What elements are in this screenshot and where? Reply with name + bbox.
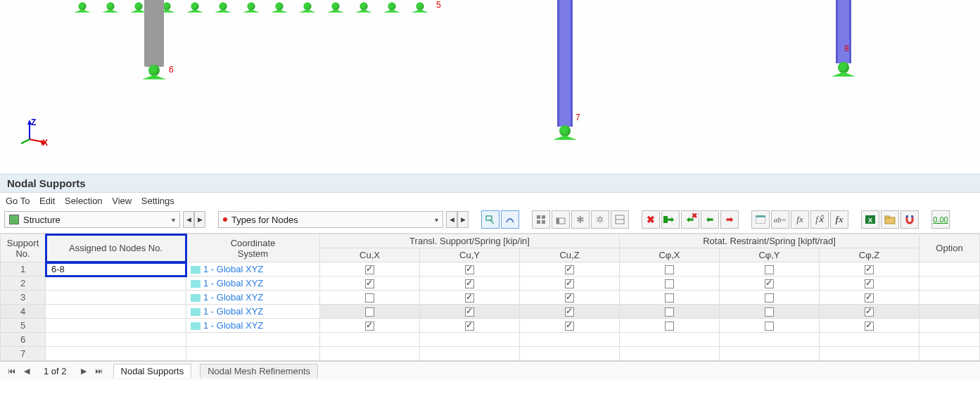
tab-nodal-supports[interactable]: Nodal Supports (113, 364, 192, 378)
grid-1-button[interactable] (532, 210, 550, 229)
cell-transl[interactable] (420, 277, 520, 291)
page-last-button[interactable]: ⏭ (94, 365, 105, 376)
checkbox[interactable] (565, 279, 574, 288)
grid-3-button[interactable]: ✱ (571, 210, 590, 229)
cell-rotat[interactable] (720, 262, 820, 277)
cell-transl[interactable] (420, 347, 520, 361)
cell-rotat[interactable] (720, 319, 820, 333)
checkbox[interactable] (665, 293, 674, 303)
col-cphy[interactable]: Cφ,Y (720, 248, 820, 262)
cell-transl[interactable] (420, 262, 520, 277)
checkbox[interactable] (565, 307, 574, 317)
checkbox[interactable] (365, 279, 374, 288)
delete-button[interactable]: ✖ (642, 210, 660, 229)
checkbox[interactable] (765, 307, 774, 317)
cell-rotat[interactable] (620, 277, 720, 291)
combo-structure[interactable]: Structure ▾ (4, 211, 180, 228)
cell-rotat[interactable] (820, 291, 919, 305)
export-delete-button[interactable]: ✖⬅ (681, 210, 699, 229)
pick-node-button[interactable] (501, 210, 519, 229)
col-group-transl[interactable]: Transl. Support/Spring [kip/in] (320, 234, 620, 248)
cell-coord[interactable]: 1 - Global XYZ (186, 262, 320, 277)
cell-assigned[interactable] (46, 333, 186, 347)
table-row[interactable]: 51 - Global XYZ (1, 319, 980, 333)
tab-nodal-mesh[interactable]: Nodal Mesh Refinements (200, 364, 318, 378)
menu-view[interactable]: View (112, 196, 132, 206)
cell-coord[interactable]: 1 - Global XYZ (186, 319, 320, 333)
col-cuy[interactable]: Cu,Y (420, 248, 520, 262)
cell-transl[interactable] (320, 305, 420, 319)
magnet-button[interactable] (901, 210, 919, 229)
checkbox[interactable] (365, 307, 374, 317)
checkbox[interactable] (565, 293, 574, 303)
ab-button[interactable]: ab= (771, 210, 789, 229)
cell-coord[interactable]: 1 - Global XYZ (186, 291, 320, 305)
cell-option[interactable] (919, 319, 980, 333)
cell-rotat[interactable] (620, 305, 720, 319)
grid-5-button[interactable] (611, 210, 629, 229)
combo-types[interactable]: Types for Nodes ▾ (218, 211, 443, 228)
menu-settings[interactable]: Settings (141, 196, 174, 206)
checkbox[interactable] (465, 265, 474, 274)
col-cux[interactable]: Cu,X (320, 248, 420, 262)
col-cphz[interactable]: Cφ,Z (820, 248, 919, 262)
checkbox[interactable] (765, 265, 774, 274)
cell-option[interactable] (919, 262, 980, 277)
cell-transl[interactable] (520, 262, 620, 277)
checkbox[interactable] (765, 279, 774, 288)
cell-option[interactable] (919, 277, 980, 291)
checkbox[interactable] (365, 265, 374, 274)
cell-rotat[interactable] (720, 305, 820, 319)
cell-coord[interactable] (186, 333, 320, 347)
checkbox[interactable] (365, 293, 374, 303)
cell-transl[interactable] (520, 277, 620, 291)
cell-rotat[interactable] (720, 333, 820, 347)
cell-assigned[interactable] (46, 319, 186, 333)
table-row[interactable]: 6 (1, 333, 980, 347)
move-left-button[interactable]: ⬅ (701, 210, 719, 229)
menu-edit[interactable]: Edit (39, 196, 55, 206)
cell-transl[interactable] (520, 333, 620, 347)
checkbox[interactable] (565, 322, 574, 331)
menu-selection[interactable]: Selection (65, 196, 102, 206)
page-first-button[interactable]: ⏮ (6, 365, 17, 376)
cell-rotat[interactable] (820, 333, 919, 347)
fx-3-button[interactable]: fx (830, 210, 848, 229)
checkbox[interactable] (665, 279, 674, 288)
cell-assigned[interactable]: 6-8 (46, 262, 186, 277)
checkbox[interactable] (865, 307, 874, 317)
cell-option[interactable] (919, 333, 980, 347)
checkbox[interactable] (665, 322, 674, 331)
cell-rotat[interactable] (620, 333, 720, 347)
fx-1-button[interactable]: fx (791, 210, 809, 229)
cell-coord[interactable]: 1 - Global XYZ (186, 277, 320, 291)
checkbox[interactable] (465, 307, 474, 317)
checkbox[interactable] (465, 322, 474, 331)
excel-button[interactable]: X (861, 210, 879, 229)
col-cphx[interactable]: Cφ,X (620, 248, 720, 262)
cell-coord[interactable]: 1 - Global XYZ (186, 305, 320, 319)
cell-rotat[interactable] (720, 277, 820, 291)
cell-assigned[interactable] (46, 305, 186, 319)
checkbox[interactable] (565, 265, 574, 274)
pick-member-button[interactable] (481, 210, 499, 229)
cell-rotat[interactable] (720, 347, 820, 361)
cell-rotat[interactable] (620, 319, 720, 333)
cell-assigned[interactable] (46, 277, 186, 291)
checkbox[interactable] (865, 279, 874, 288)
cell-coord[interactable] (186, 347, 320, 361)
checkbox[interactable] (365, 322, 374, 331)
checkbox[interactable] (465, 293, 474, 303)
cell-transl[interactable] (320, 333, 420, 347)
cell-transl[interactable] (420, 333, 520, 347)
move-right-button[interactable]: ➡ (720, 210, 739, 229)
grid-4-button[interactable]: ✲ (591, 210, 609, 229)
cell-transl[interactable] (420, 305, 520, 319)
table-row[interactable]: 7 (1, 347, 980, 361)
cell-transl[interactable] (320, 262, 420, 277)
types-next-button[interactable]: ▶ (457, 211, 469, 228)
cell-option[interactable] (919, 291, 980, 305)
checkbox[interactable] (865, 265, 874, 274)
cell-transl[interactable] (420, 319, 520, 333)
col-group-rotat[interactable]: Rotat. Restraint/Spring [kipft/rad] (620, 234, 919, 248)
